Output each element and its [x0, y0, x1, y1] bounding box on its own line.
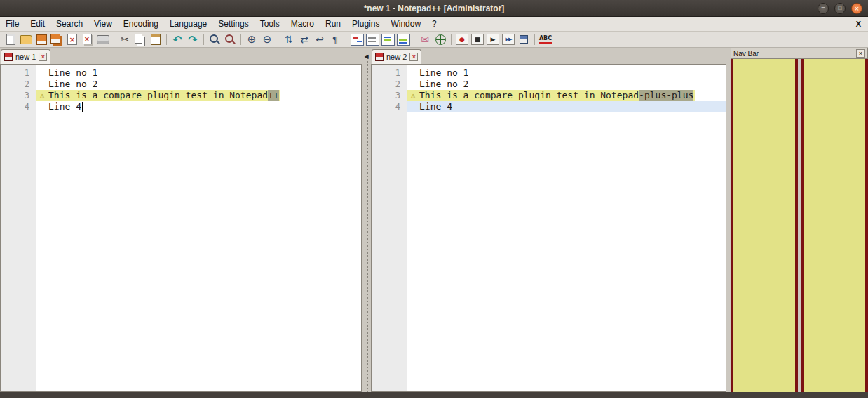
- toolbar-separator: [278, 34, 278, 45]
- line-text: This is a compare plugin test in Notepad: [48, 90, 268, 101]
- navbar-right-column[interactable]: [801, 59, 868, 392]
- menubar-close-button[interactable]: X: [849, 20, 868, 28]
- left-tabbar: new 1: [0, 48, 362, 64]
- editor-line: 4 Line 4: [1, 101, 361, 112]
- save-all-icon[interactable]: [49, 32, 65, 47]
- navbar-left-column[interactable]: [731, 59, 798, 392]
- tab-new-2[interactable]: new 2: [372, 49, 421, 64]
- compare-last-icon[interactable]: [395, 32, 411, 47]
- left-editor[interactable]: 1 Line no 1 2 Line no 2 3 This is a comp…: [0, 64, 362, 392]
- web-icon[interactable]: [433, 32, 448, 47]
- splitter-dots: [365, 58, 365, 392]
- changed-line-highlight: This is a compare plugin test in Notepad…: [407, 90, 695, 101]
- print-icon[interactable]: [95, 32, 111, 47]
- open-file-icon[interactable]: [18, 32, 34, 47]
- navbar-close-icon[interactable]: [856, 49, 865, 58]
- menu-tools[interactable]: Tools: [255, 18, 285, 30]
- window-bottom-edge: [0, 392, 868, 398]
- titlebar: *new 1 - Notepad++ [Administrator]: [0, 0, 868, 17]
- menu-run[interactable]: Run: [320, 18, 346, 30]
- maximize-button[interactable]: [834, 3, 846, 14]
- new-file-icon[interactable]: [3, 32, 18, 47]
- zoom-out-icon[interactable]: [259, 32, 275, 47]
- editor-line: 2 Line no 2: [1, 79, 361, 90]
- menu-settings[interactable]: Settings: [212, 18, 254, 30]
- menu-language[interactable]: Language: [164, 18, 212, 30]
- word-wrap-icon[interactable]: [312, 32, 327, 47]
- line-number: 1: [372, 67, 407, 79]
- navbar-map[interactable]: [731, 59, 868, 392]
- navbar-titlebar: Nav Bar: [731, 48, 868, 59]
- splitter-dots: [367, 58, 368, 392]
- diff-segment: ++: [268, 90, 279, 101]
- replace-icon[interactable]: [222, 32, 238, 47]
- editor-line-changed: 3 This is a compare plugin test in Notep…: [1, 90, 361, 101]
- compare-icon[interactable]: [349, 32, 365, 47]
- tab-new-1[interactable]: new 1: [1, 49, 50, 64]
- text-caret: [82, 102, 83, 112]
- line-text: Line 4: [36, 101, 81, 112]
- warning-icon: [407, 91, 419, 100]
- undo-icon[interactable]: [170, 32, 185, 47]
- redo-icon[interactable]: [185, 32, 201, 47]
- menu-file[interactable]: File: [0, 18, 25, 30]
- close-all-icon[interactable]: [80, 32, 95, 47]
- record-macro-icon[interactable]: [454, 32, 470, 47]
- play-macro-icon[interactable]: [485, 32, 501, 47]
- toolbar-separator: [166, 34, 167, 45]
- close-button[interactable]: [851, 3, 862, 14]
- right-pane: new 2 1 Line no 1 2 Line no 2 3 This is …: [371, 48, 726, 392]
- mail-icon[interactable]: [417, 32, 433, 47]
- toolbar-separator: [534, 34, 535, 45]
- menu-macro[interactable]: Macro: [285, 18, 320, 30]
- paste-icon[interactable]: [148, 32, 163, 47]
- modified-file-icon: [375, 53, 384, 61]
- menu-encoding[interactable]: Encoding: [118, 18, 164, 30]
- changed-line-highlight: This is a compare plugin test in Notepad…: [36, 90, 280, 101]
- right-editor[interactable]: 1 Line no 1 2 Line no 2 3 This is a comp…: [371, 64, 726, 392]
- collapse-arrow-icon[interactable]: [364, 48, 368, 61]
- menubar: File Edit Search View Encoding Language …: [0, 17, 868, 32]
- run-macro-multiple-icon[interactable]: [501, 32, 516, 47]
- menu-help[interactable]: ?: [426, 18, 442, 30]
- menu-edit[interactable]: Edit: [25, 18, 50, 30]
- tab-close-icon[interactable]: [409, 53, 418, 61]
- left-pane: new 1 1 Line no 1 2 Line no 2 3 This is …: [0, 48, 362, 392]
- save-icon[interactable]: [34, 32, 49, 47]
- show-all-characters-icon[interactable]: [327, 32, 343, 47]
- menu-plugins[interactable]: Plugins: [346, 18, 385, 30]
- compare-first-icon[interactable]: [380, 32, 395, 47]
- warning-icon: [36, 91, 48, 100]
- tab-close-icon[interactable]: [39, 53, 47, 61]
- sync-vertical-scroll-icon[interactable]: [281, 32, 297, 47]
- editor-line: 4 Line 4: [372, 101, 726, 112]
- zoom-in-icon[interactable]: [244, 32, 259, 47]
- find-icon[interactable]: [207, 32, 222, 47]
- clear-compare-icon[interactable]: [365, 32, 380, 47]
- menu-view[interactable]: View: [88, 18, 118, 30]
- stop-macro-icon[interactable]: [470, 32, 485, 47]
- menu-window[interactable]: Window: [385, 18, 426, 30]
- diff-segment: -plus-plus: [639, 90, 693, 101]
- toolbar-separator: [114, 34, 114, 45]
- copy-icon[interactable]: [133, 32, 148, 47]
- modified-file-icon: [4, 53, 13, 61]
- menu-search[interactable]: Search: [50, 18, 88, 30]
- toolbar-separator: [414, 34, 414, 45]
- close-icon[interactable]: [65, 32, 80, 47]
- pane-splitter[interactable]: [362, 48, 371, 392]
- line-number: 3: [372, 90, 407, 101]
- minimize-button[interactable]: [818, 3, 829, 14]
- line-number: 4: [1, 101, 36, 112]
- line-text: Line no 1: [36, 67, 97, 79]
- cut-icon[interactable]: [117, 32, 133, 47]
- line-text: Line no 2: [36, 79, 97, 90]
- sync-horizontal-scroll-icon[interactable]: [297, 32, 312, 47]
- spell-check-icon[interactable]: [538, 32, 553, 47]
- navbar-title: Nav Bar: [733, 50, 759, 58]
- window-controls: [812, 3, 868, 14]
- line-number: 3: [1, 90, 36, 101]
- save-macro-icon[interactable]: [516, 32, 531, 47]
- line-text: This is a compare plugin test in Notepad: [419, 90, 639, 101]
- editor-line: 2 Line no 2: [372, 79, 726, 90]
